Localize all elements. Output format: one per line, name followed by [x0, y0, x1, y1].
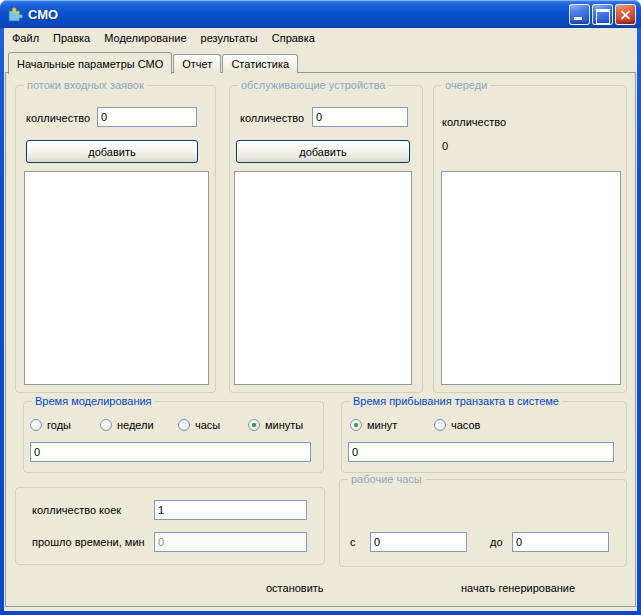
radio-hours[interactable]: часы — [178, 418, 220, 431]
minimize-button[interactable] — [569, 4, 590, 25]
radio-years-label: годы — [47, 419, 71, 431]
radio-weeks[interactable]: недели — [100, 418, 154, 431]
menu-edit[interactable]: Правка — [46, 29, 97, 48]
window-title: СМО — [28, 7, 569, 22]
group-input-flows-title: потоки входных заявок — [24, 79, 147, 92]
flows-add-button[interactable]: добавить — [26, 140, 198, 163]
tab-statistics[interactable]: Статистика — [222, 54, 298, 73]
radio-years[interactable]: годы — [30, 418, 71, 431]
radio-years-circle[interactable] — [30, 419, 42, 431]
tab-initial-params[interactable]: Начальные параметры СМО — [8, 52, 172, 74]
elapsed-time-input — [154, 532, 307, 552]
tab-page-initial-params: потоки входных заявок колличество добави… — [5, 72, 636, 607]
radio-weeks-label: недели — [117, 419, 154, 431]
tab-report[interactable]: Отчет — [173, 54, 221, 73]
flows-count-label: колличество — [26, 112, 90, 125]
app-window: СМО Файл Правка Моделирование результаты… — [0, 0, 641, 615]
radio-transit-minutes-label: минут — [367, 419, 397, 431]
radio-weeks-circle[interactable] — [100, 419, 112, 431]
radio-minutes-circle[interactable] — [248, 419, 260, 431]
beds-count-input[interactable] — [154, 500, 307, 520]
queues-listbox[interactable] — [441, 171, 621, 385]
group-input-flows: потоки входных заявок колличество добави… — [15, 85, 216, 393]
group-beds: колличество коек прошло времени, мин — [15, 487, 325, 565]
stop-button[interactable]: остановить — [266, 582, 324, 594]
close-button[interactable] — [615, 4, 636, 25]
group-transit-time-title: Время прибывания транзакта в системе — [350, 395, 562, 408]
client-area: Файл Правка Моделирование результаты Спр… — [4, 28, 637, 611]
radio-transit-hours[interactable]: часов — [434, 418, 480, 431]
queues-count-label: колличество — [442, 116, 506, 129]
radio-transit-minutes-circle[interactable] — [350, 419, 362, 431]
working-hours-from-label: с — [350, 536, 356, 549]
radio-hours-circle[interactable] — [178, 419, 190, 431]
group-queues: очереди колличество 0 — [433, 85, 627, 393]
devices-count-input[interactable] — [312, 107, 408, 127]
titlebar: СМО — [0, 0, 641, 28]
app-icon — [7, 6, 24, 22]
devices-count-label: колличество — [240, 112, 304, 125]
flows-count-input[interactable] — [97, 107, 197, 127]
beds-count-label: колличество коек — [32, 504, 121, 517]
radio-hours-label: часы — [195, 419, 220, 431]
queues-count-value: 0 — [442, 140, 448, 153]
tabstrip: Начальные параметры СМО Отчет Статистика — [8, 51, 299, 73]
working-hours-from-input[interactable] — [370, 532, 467, 552]
menubar: Файл Правка Моделирование результаты Спр… — [4, 28, 637, 49]
menu-modeling[interactable]: Моделирование — [97, 29, 193, 48]
sim-time-input[interactable] — [30, 442, 311, 462]
radio-minutes[interactable]: минуты — [248, 418, 303, 431]
flows-listbox[interactable] — [24, 171, 209, 385]
devices-listbox[interactable] — [234, 171, 412, 385]
start-generation-button[interactable]: начать генерирование — [461, 582, 575, 594]
menu-file[interactable]: Файл — [5, 29, 46, 48]
transit-time-input[interactable] — [348, 442, 614, 462]
maximize-button[interactable] — [592, 4, 613, 25]
group-working-hours-title: рабочие часы — [348, 473, 425, 486]
radio-transit-minutes[interactable]: минут — [350, 418, 397, 431]
group-working-hours: рабочие часы с до — [339, 479, 627, 567]
group-simulation-time-title: Время моделирования — [32, 395, 155, 408]
group-simulation-time: Время моделирования годы недели часы мин… — [23, 401, 324, 473]
radio-transit-hours-circle[interactable] — [434, 419, 446, 431]
menu-help[interactable]: Справка — [265, 29, 322, 48]
radio-minutes-label: минуты — [265, 419, 303, 431]
group-queues-title: очереди — [442, 79, 490, 92]
window-controls — [569, 4, 636, 25]
working-hours-to-input[interactable] — [512, 532, 609, 552]
working-hours-to-label: до — [490, 536, 503, 549]
group-devices-title: обслуживающие устройства — [238, 79, 388, 92]
radio-transit-hours-label: часов — [451, 419, 480, 431]
elapsed-time-label: прошло времени, мин — [32, 536, 145, 549]
devices-add-button[interactable]: добавить — [236, 140, 410, 163]
group-devices: обслуживающие устройства колличество доб… — [229, 85, 423, 393]
menu-results[interactable]: результаты — [194, 29, 265, 48]
group-transit-time: Время прибывания транзакта в системе мин… — [341, 401, 627, 473]
